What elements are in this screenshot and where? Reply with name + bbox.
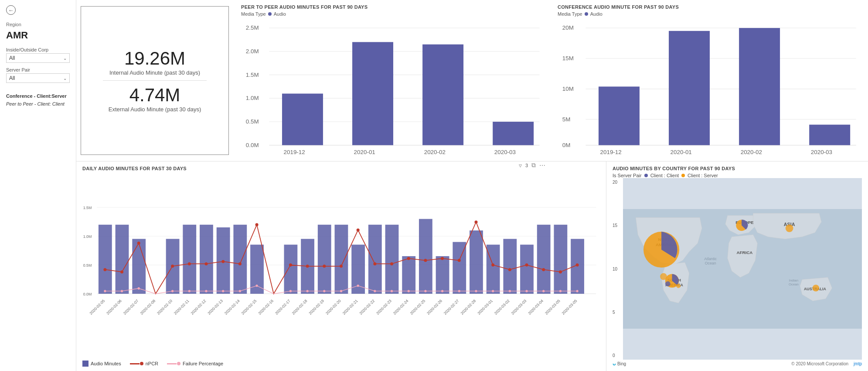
daily-chart-legend: Audio Minutes nPCR Failure Percentage — [82, 361, 600, 367]
inside-outside-dropdown[interactable]: All ⌄ — [6, 53, 70, 63]
legend-npcr-label: nPCR — [146, 361, 158, 366]
svg-text:2020-03-03: 2020-03-03 — [511, 299, 528, 316]
svg-point-87 — [474, 220, 477, 223]
svg-text:2020-02-22: 2020-02-22 — [358, 299, 375, 316]
back-button[interactable]: ← — [6, 5, 70, 15]
svg-point-101 — [239, 290, 241, 292]
chevron-down-icon-2: ⌄ — [63, 76, 67, 81]
svg-text:2020-02-15: 2020-02-15 — [241, 299, 258, 316]
main-content: 19.26M Internal Audio Minute (past 30 da… — [76, 0, 868, 371]
sidebar: ← Region AMR Inside/Outside Corp All ⌄ S… — [0, 0, 76, 371]
svg-rect-56 — [402, 256, 415, 294]
kpi-external-desc: External Audio Minute (past 30 days) — [109, 106, 201, 113]
svg-rect-64 — [537, 225, 551, 294]
svg-text:0M: 0M — [562, 142, 571, 148]
bar-2019-12 — [282, 93, 323, 145]
peer-media-label: Media Type — [241, 11, 266, 17]
svg-text:2020-02-13: 2020-02-13 — [207, 299, 224, 316]
legend-conference: Conference - Client:Server — [6, 93, 67, 99]
audio-minutes-icon — [82, 361, 89, 367]
conference-chart-container: CONFERENCE AUDIO MINUTE FOR PAST 90 DAYS… — [551, 0, 868, 161]
svg-point-109 — [391, 290, 393, 292]
svg-text:10M: 10M — [562, 86, 574, 92]
server-pair-filter-group: Server Pair All ⌄ — [6, 67, 70, 83]
svg-point-107 — [357, 285, 359, 287]
back-icon[interactable]: ← — [6, 5, 16, 15]
svg-point-97 — [171, 290, 174, 292]
svg-point-84 — [424, 259, 427, 262]
svg-rect-62 — [503, 239, 517, 294]
asia-bubble — [786, 224, 793, 232]
svg-point-68 — [120, 270, 123, 273]
more-icon[interactable]: ⋯ — [539, 162, 545, 169]
jmtp-link[interactable]: jmtp — [854, 361, 862, 366]
svg-point-89 — [508, 268, 511, 271]
bing-attribution: ᴗ Bing © 2020 Microsoft Corporation jmtp — [613, 361, 862, 367]
au-bubble — [812, 285, 819, 292]
svg-point-98 — [188, 290, 191, 292]
svg-point-73 — [221, 260, 225, 263]
bing-b-icon: ᴗ — [613, 361, 616, 367]
svg-point-111 — [424, 290, 426, 292]
svg-rect-43 — [183, 225, 196, 294]
svg-text:1.5M: 1.5M — [246, 72, 259, 78]
svg-text:2020-03-04: 2020-03-04 — [527, 299, 544, 316]
peer-media-type: Audio — [274, 11, 286, 17]
conf-dot — [585, 12, 588, 16]
svg-text:2020-02-11: 2020-02-11 — [173, 299, 190, 316]
svg-rect-49 — [284, 245, 297, 294]
map-chart-title: AUDIO MINUTES BY COUNTRY FOR PAST 90 DAY… — [613, 166, 862, 171]
svg-rect-61 — [487, 245, 500, 294]
svg-text:2020-03: 2020-03 — [811, 149, 832, 155]
client-server-label: Client : Server — [688, 173, 718, 178]
legend-npcr: nPCR — [130, 361, 158, 367]
server-pair-dropdown[interactable]: All ⌄ — [6, 73, 70, 83]
failure-icon — [167, 363, 177, 364]
kpi-divider — [103, 80, 207, 81]
map-is-server-pair: Is Server Pair Client : Client Client : … — [613, 173, 718, 178]
bar-2020-02 — [422, 45, 463, 145]
failure-dot-icon — [177, 362, 180, 365]
svg-text:2.5M: 2.5M — [246, 24, 259, 31]
svg-text:2020-02-21: 2020-02-21 — [342, 299, 359, 316]
svg-text:1.5M: 1.5M — [83, 206, 92, 210]
svg-point-165 — [676, 284, 681, 288]
svg-text:0.0M: 0.0M — [83, 292, 92, 296]
svg-text:0.5M: 0.5M — [246, 118, 259, 125]
filter-icon[interactable]: ▿ — [519, 162, 522, 169]
bar-2020-01 — [352, 42, 393, 145]
legend-failure: Failure Percentage — [167, 361, 223, 367]
svg-point-118 — [542, 290, 545, 292]
svg-text:2020-03-05: 2020-03-05 — [561, 299, 578, 316]
svg-text:2020-02-08: 2020-02-08 — [140, 299, 157, 316]
svg-point-164 — [665, 281, 671, 286]
svg-point-114 — [475, 290, 477, 292]
region-label: Region — [6, 22, 70, 27]
expand-icon[interactable]: ⧉ — [531, 161, 536, 169]
svg-rect-40 — [132, 239, 146, 294]
legend-p2p: Peer to Peer - Client: Client — [6, 101, 65, 106]
kpi-card: 19.26M Internal Audio Minute (past 30 da… — [81, 6, 229, 155]
svg-point-116 — [509, 290, 511, 292]
svg-text:2020-02-25: 2020-02-25 — [409, 299, 426, 316]
svg-text:5M: 5M — [562, 116, 571, 123]
copyright: © 2020 Microsoft Corporation — [628, 361, 848, 366]
svg-text:2020-03-02: 2020-03-02 — [494, 299, 511, 316]
svg-point-78 — [323, 265, 326, 268]
legend-audio-minutes: Audio Minutes — [82, 361, 121, 367]
svg-rect-65 — [554, 225, 567, 294]
map-header-row: Is Server Pair Client : Client Client : … — [613, 173, 862, 178]
svg-point-105 — [323, 290, 325, 292]
npcr-dot-icon — [140, 362, 143, 365]
peer-chart-area: 2.5M 2.0M 1.5M 1.0M 0.5M 0.0M — [241, 19, 545, 169]
svg-text:2020-02-24: 2020-02-24 — [392, 299, 409, 316]
svg-rect-54 — [368, 225, 382, 294]
svg-text:Atlantic: Atlantic — [704, 257, 717, 261]
conf-bar-2020-02 — [739, 28, 780, 145]
svg-text:2020-02-10: 2020-02-10 — [156, 299, 173, 316]
svg-text:0.5M: 0.5M — [83, 263, 92, 268]
map-container: AUDIO MINUTES BY COUNTRY FOR PAST 90 DAY… — [606, 161, 868, 371]
svg-text:2020-03-05: 2020-03-05 — [544, 299, 561, 316]
svg-point-79 — [340, 265, 343, 268]
peer-chart-title: PEER TO PEER AUDIO MINUTES FOR PAST 90 D… — [241, 4, 545, 10]
